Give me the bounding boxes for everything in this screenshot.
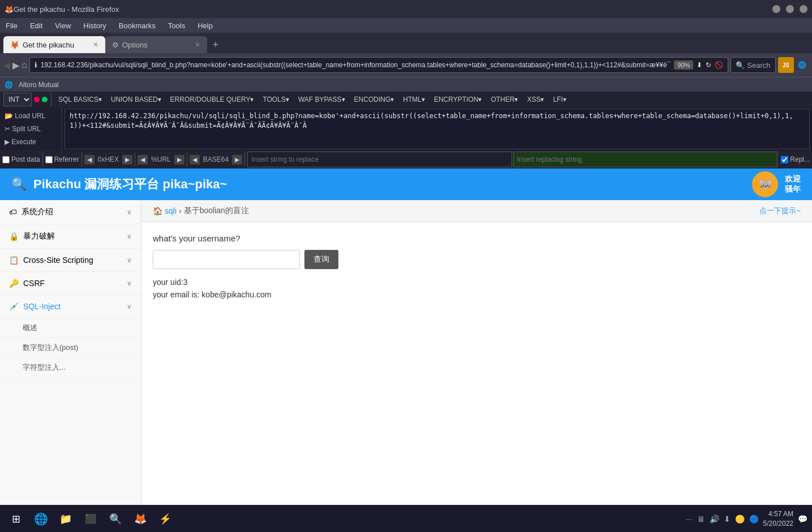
- refresh-button[interactable]: ↻: [706, 61, 711, 69]
- taskbar-terminal[interactable]: ⬛: [79, 508, 102, 530]
- result-email: your email is: kobe@pikachu.com: [153, 288, 801, 301]
- sidebar-item-bruteforce[interactable]: 🔒 暴力破解 ∨: [0, 224, 141, 249]
- submit-button[interactable]: 查询: [304, 250, 338, 269]
- base64-right-button[interactable]: ▶: [232, 155, 242, 165]
- start-button[interactable]: ⊞: [5, 508, 27, 530]
- tab-label: Get the pikachu: [23, 41, 74, 49]
- hackbar-menu-xss[interactable]: XSS▾: [523, 94, 547, 105]
- hackbar-side-buttons: 📂 Load URL ✂ Split URL ▶ Execute: [0, 107, 62, 150]
- divider2: [42, 153, 43, 166]
- execute-button[interactable]: ▶ Execute: [2, 137, 59, 147]
- referrer-checkbox[interactable]: [45, 156, 53, 163]
- tab-options[interactable]: ⚙ Options ✕: [105, 36, 207, 53]
- hackbar-menu-waf[interactable]: WAF BYPASS▾: [295, 94, 349, 105]
- tab-pikachu[interactable]: 🦊 Get the pikachu ✕: [3, 36, 105, 53]
- load-url-button[interactable]: 📂 Load URL: [2, 111, 59, 121]
- clock-date: 5/20/2022: [763, 519, 793, 529]
- menu-edit[interactable]: Edit: [28, 20, 45, 31]
- hackbar-menu-tools[interactable]: TOOLS▾: [259, 94, 292, 105]
- download-icon: ⬇: [697, 61, 702, 69]
- sub-overview-label: 概述: [23, 323, 37, 332]
- taskbar-volume-icon[interactable]: 🔊: [710, 514, 719, 524]
- close-tab-button[interactable]: ✕: [93, 41, 98, 49]
- forward-button[interactable]: ▶: [12, 57, 19, 73]
- status-dot-red: [34, 97, 40, 102]
- csrf-chevron: ∨: [127, 279, 132, 287]
- sidebar-sub-overview[interactable]: 概述: [0, 318, 141, 338]
- taskbar-download-icon[interactable]: ⬇: [724, 514, 731, 524]
- url-display: 192.168.42.236/pikachu/vul/sqli/sqli_bli…: [41, 61, 671, 69]
- new-tab-button[interactable]: +: [207, 36, 224, 53]
- hackbar-menu-html[interactable]: HTML▾: [399, 94, 428, 105]
- taskbar-explorer[interactable]: 📁: [54, 508, 77, 530]
- sidebar-item-sqli[interactable]: 💉 SQL-Inject ∨: [0, 295, 141, 318]
- taskbar-network-icon[interactable]: 🟡: [735, 514, 745, 524]
- hackbar-menu-row: INT SQL BASICS▾ UNION BASED▾ ERROR/DOUBL…: [0, 92, 812, 107]
- address-bar[interactable]: ℹ 192.168.42.236/pikachu/vul/sqli/sqli_b…: [29, 57, 729, 73]
- taskbar-firefox[interactable]: 🦊: [129, 508, 152, 530]
- taskbar-dots[interactable]: ···: [686, 514, 693, 524]
- hackbar-url-display[interactable]: http://192.168.42.236/pikachu/vul/sqli/s…: [65, 109, 810, 149]
- back-button[interactable]: ◀: [3, 57, 10, 73]
- menu-bookmarks[interactable]: Bookmarks: [117, 20, 158, 31]
- url-right-button[interactable]: ▶: [174, 155, 184, 165]
- sidebar-item-csrf[interactable]: 🔑 CSRF ∨: [0, 272, 141, 295]
- menu-history[interactable]: History: [81, 20, 108, 31]
- minimize-button[interactable]: –: [772, 5, 780, 13]
- menu-view[interactable]: View: [53, 20, 73, 31]
- sidebar-sqli-label: SQL-Inject: [23, 302, 61, 311]
- extension-icon1[interactable]: 🌐: [795, 58, 810, 72]
- home-button[interactable]: ⌂: [22, 57, 27, 73]
- sidebar-item-xss[interactable]: 📋 Cross-Site Scripting ∨: [0, 249, 141, 272]
- post-data-checkbox[interactable]: [2, 156, 10, 163]
- menu-bar: File Edit View History Bookmarks Tools H…: [0, 18, 812, 33]
- close-button[interactable]: ✕: [800, 5, 807, 13]
- main-content: 🏠 sqli › 基于boolian的盲注 点一下提示~ what's your…: [141, 200, 812, 518]
- divider3: [81, 153, 82, 166]
- menu-file[interactable]: File: [3, 20, 20, 31]
- question-label: what's your username?: [153, 233, 801, 243]
- username-input[interactable]: [153, 250, 300, 269]
- url-left-button[interactable]: ◀: [138, 155, 148, 165]
- bookmarks-altoro[interactable]: Altoro Mutual: [19, 81, 59, 89]
- stop-button[interactable]: 🚫: [715, 61, 723, 69]
- taskbar: ⊞ 🌐 📁 ⬛ 🔍 🦊 ⚡ ··· 🖥 🔊 ⬇ 🟡 🔵 4:57 AM 5/20…: [0, 505, 812, 532]
- split-url-button[interactable]: ✂ Split URL: [2, 124, 59, 134]
- taskbar-shield-icon[interactable]: 🔵: [749, 514, 759, 524]
- taskbar-app1[interactable]: ⚡: [154, 508, 177, 530]
- base64-left-button[interactable]: ◀: [190, 155, 200, 165]
- hackbar-menu-lfi[interactable]: LFI▾: [549, 94, 569, 105]
- hackbar-menu-union[interactable]: UNION BASED▾: [108, 94, 165, 105]
- hackbar-menu-encoding[interactable]: ENCODING▾: [351, 94, 398, 105]
- zoom-indicator[interactable]: 90%: [674, 60, 693, 70]
- replace-checkbox[interactable]: [781, 156, 788, 163]
- firefox-icon: 🦊: [5, 5, 14, 14]
- sidebar-sub-string[interactable]: 字符型注入...: [0, 358, 141, 378]
- hackbar-type-select[interactable]: INT: [3, 93, 32, 106]
- menu-tools[interactable]: Tools: [166, 20, 187, 31]
- hackbar-menu-other[interactable]: OTHER▾: [487, 94, 521, 105]
- breadcrumb-parent[interactable]: sqli: [165, 206, 177, 215]
- taskbar-monitor-icon[interactable]: 🖥: [697, 514, 705, 524]
- js-icon[interactable]: JS: [778, 57, 794, 73]
- sidebar-xss-label: Cross-Site Scripting: [23, 256, 93, 265]
- taskbar-search[interactable]: 🔍: [104, 508, 127, 530]
- menu-help[interactable]: Help: [195, 20, 215, 31]
- hackbar-menu-error[interactable]: ERROR/DOUBLE QUERY▾: [167, 94, 257, 105]
- sidebar-item-intro[interactable]: 🏷 系统介绍 ∨: [0, 200, 141, 224]
- brute-icon: 🔒: [9, 232, 19, 241]
- taskbar-edge[interactable]: 🌐: [29, 508, 52, 530]
- insert-replacing-input[interactable]: [513, 152, 778, 167]
- insert-string-input[interactable]: [247, 152, 512, 167]
- sidebar-sub-numeric[interactable]: 数字型注入(post): [0, 338, 141, 358]
- maximize-button[interactable]: □: [786, 5, 794, 13]
- search-bar[interactable]: 🔍 Search: [731, 57, 775, 73]
- hex-right-button[interactable]: ▶: [122, 155, 132, 165]
- hackbar-menu-encryption[interactable]: ENCRYPTION▾: [431, 94, 485, 105]
- hackbar-menu-sql-basics[interactable]: SQL BASICS▾: [55, 94, 105, 105]
- hint-link[interactable]: 点一下提示~: [759, 206, 801, 216]
- notification-icon[interactable]: 💬: [798, 514, 807, 524]
- input-row: 查询: [153, 250, 801, 269]
- close-tab-options-button[interactable]: ✕: [195, 41, 200, 49]
- hex-left-button[interactable]: ◀: [84, 155, 94, 165]
